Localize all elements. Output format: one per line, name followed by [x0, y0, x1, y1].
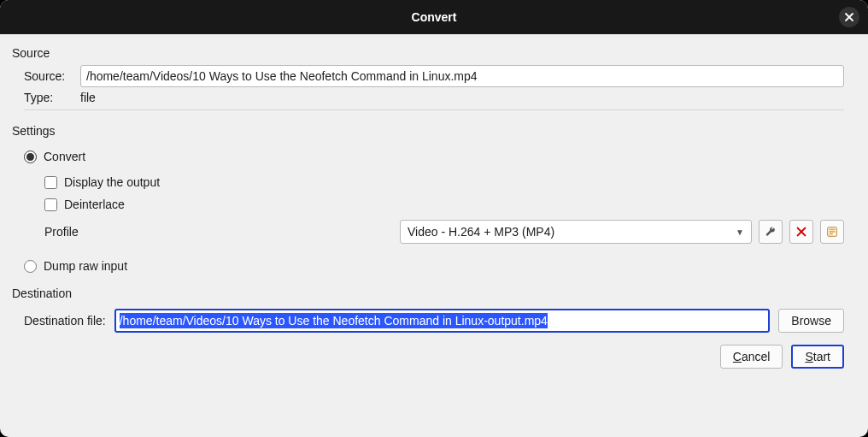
- start-button[interactable]: Start: [791, 345, 844, 369]
- deinterlace-label: Deinterlace: [64, 198, 125, 211]
- svg-rect-2: [830, 231, 836, 233]
- profile-row: Profile Video - H.264 + MP3 (MP4) ▼: [44, 220, 844, 244]
- svg-rect-1: [830, 229, 836, 231]
- edit-profile-button[interactable]: [759, 220, 783, 244]
- dump-raw-radio-row[interactable]: Dump raw input: [24, 259, 844, 273]
- dialog-footer: Cancel Start: [10, 336, 858, 369]
- dialog-content: Source Source: Type: file Settings Conve…: [0, 34, 868, 437]
- new-profile-icon: [826, 226, 838, 238]
- dump-raw-radio[interactable]: [24, 260, 37, 273]
- deinterlace-row[interactable]: Deinterlace: [44, 198, 844, 211]
- profile-combobox[interactable]: Video - H.264 + MP3 (MP4) ▼: [400, 220, 752, 244]
- start-label: Start: [805, 350, 830, 363]
- cancel-label: Cancel: [733, 350, 771, 363]
- convert-radio-row[interactable]: Convert: [24, 150, 844, 163]
- destination-panel: Destination file: /home/team/Videos/10 W…: [10, 305, 858, 336]
- source-input[interactable]: [80, 65, 844, 87]
- delete-profile-button[interactable]: [789, 220, 813, 244]
- convert-radio-label: Convert: [44, 150, 85, 163]
- browse-button[interactable]: Browse: [778, 309, 844, 333]
- svg-rect-3: [830, 233, 833, 235]
- convert-radio[interactable]: [24, 151, 37, 163]
- profile-label: Profile: [44, 225, 393, 239]
- separator: [24, 109, 844, 110]
- destination-file-input[interactable]: /home/team/Videos/10 Ways to Use the Neo…: [114, 309, 771, 333]
- cancel-button[interactable]: Cancel: [720, 345, 783, 369]
- source-label: Source:: [24, 69, 72, 83]
- source-group-label: Source: [12, 46, 856, 60]
- browse-label: Browse: [791, 314, 831, 328]
- deinterlace-checkbox[interactable]: [44, 198, 57, 211]
- profile-value: Video - H.264 + MP3 (MP4): [408, 225, 554, 239]
- destination-file-value: /home/team/Videos/10 Ways to Use the Neo…: [120, 313, 548, 328]
- settings-group-label: Settings: [12, 124, 856, 138]
- type-label: Type:: [24, 91, 72, 104]
- destination-file-label: Destination file:: [24, 314, 106, 328]
- destination-group-label: Destination: [12, 286, 856, 300]
- close-icon: [844, 12, 854, 22]
- display-output-label: Display the output: [64, 175, 160, 189]
- chevron-down-icon: ▼: [736, 227, 744, 237]
- type-value: file: [80, 91, 96, 104]
- display-output-checkbox[interactable]: [44, 176, 57, 189]
- close-button[interactable]: [839, 7, 859, 27]
- settings-panel: Convert Display the output Deinterlace P…: [10, 143, 858, 283]
- wrench-icon: [765, 226, 777, 238]
- display-output-row[interactable]: Display the output: [44, 175, 844, 189]
- new-profile-button[interactable]: [820, 220, 844, 244]
- delete-icon: [795, 226, 807, 238]
- window-title: Convert: [412, 10, 457, 24]
- source-panel: Source: Type: file: [10, 65, 858, 112]
- dump-raw-label: Dump raw input: [44, 259, 127, 273]
- titlebar: Convert: [0, 0, 868, 34]
- convert-dialog: Convert Source Source: Type: file Settin…: [0, 0, 868, 437]
